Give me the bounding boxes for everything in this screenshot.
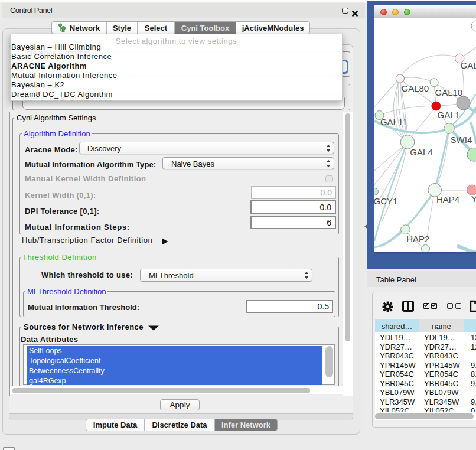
svg-text:Y: Y	[471, 194, 476, 204]
svg-text:GAL11: GAL11	[380, 117, 407, 127]
svg-text:GAL1: GAL1	[438, 110, 460, 120]
svg-text:GAL80: GAL80	[402, 83, 429, 93]
svg-text:HAP4: HAP4	[436, 194, 459, 204]
svg-text:SWI4: SWI4	[451, 135, 472, 145]
svg-text:GAL4: GAL4	[410, 147, 432, 157]
svg-text:GAL8: GAL8	[461, 60, 476, 70]
svg-text:GAL10: GAL10	[435, 87, 463, 97]
svg-text:HAP2: HAP2	[406, 234, 429, 244]
svg-text:GCY1: GCY1	[374, 196, 397, 206]
